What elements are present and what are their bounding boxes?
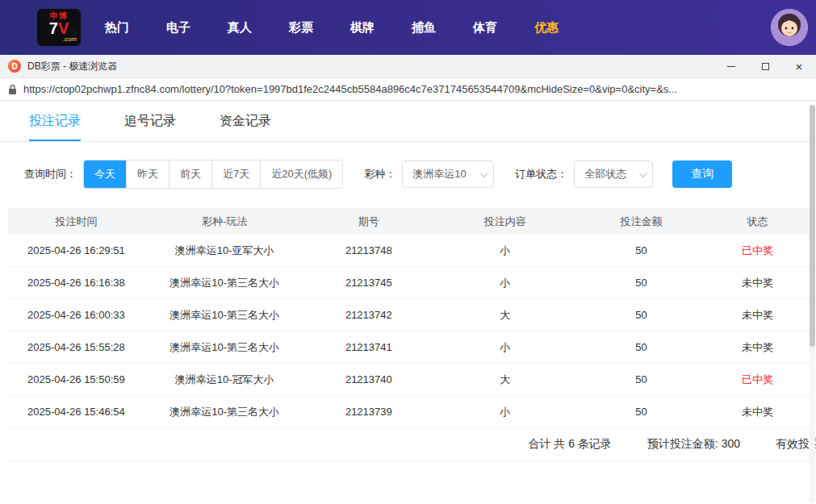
record-tabs: 投注记录 追号记录 资金记录 <box>0 101 816 142</box>
nav-item-promo[interactable]: 优惠 <box>534 20 559 35</box>
cell-play-type: 澳洲幸运10-第三名大小 <box>144 340 305 355</box>
status-badge: 未中奖 <box>705 340 810 355</box>
cell-bet-time: 2025-04-26 15:55:28 <box>8 341 144 353</box>
nav-item-fishing[interactable]: 捕鱼 <box>412 20 436 35</box>
cell-amount: 50 <box>577 341 705 353</box>
chevron-down-icon <box>480 169 488 177</box>
logo-sub-text: .com <box>63 36 77 43</box>
header-play-type: 彩种-玩法 <box>144 215 305 229</box>
cell-content: 大 <box>433 308 577 323</box>
status-badge: 未中奖 <box>705 308 810 323</box>
cell-content: 小 <box>433 276 577 290</box>
table-row[interactable]: 2025-04-26 16:16:38 澳洲幸运10-第三名大小 2121374… <box>8 267 810 299</box>
header-bet-time: 投注时间 <box>8 215 144 229</box>
table-row[interactable]: 2025-04-26 16:29:51 澳洲幸运10-亚军大小 21213748… <box>8 235 810 267</box>
user-avatar[interactable] <box>771 9 808 46</box>
time-filter-group: 今天 昨天 前天 近7天 近20天(低频) <box>83 160 343 189</box>
time-option-day-before[interactable]: 前天 <box>169 160 211 188</box>
site-nav-items: 热门 电子 真人 彩票 棋牌 捕鱼 体育 优惠 <box>105 20 559 35</box>
cell-bet-time: 2025-04-26 15:46:54 <box>8 406 144 418</box>
table-row[interactable]: 2025-04-26 15:55:28 澳洲幸运10-第三名大小 2121374… <box>8 331 810 364</box>
close-icon: × <box>796 60 803 73</box>
cell-issue: 21213745 <box>304 277 433 289</box>
minimize-icon <box>727 66 735 67</box>
order-status-label: 订单状态： <box>515 167 567 181</box>
nav-item-slots[interactable]: 电子 <box>166 20 190 35</box>
url-text[interactable]: https://ctop02pchwp1.zfnc84.com/lottery/… <box>23 83 677 95</box>
maximize-button[interactable] <box>748 55 782 77</box>
cell-content: 小 <box>433 244 577 258</box>
cell-issue: 21213739 <box>304 406 433 418</box>
time-option-20days-lowfreq[interactable]: 近20天(低频) <box>260 160 342 188</box>
lock-icon <box>8 84 17 95</box>
cell-issue: 21213748 <box>304 244 433 256</box>
nav-item-live[interactable]: 真人 <box>228 20 252 35</box>
cell-bet-time: 2025-04-26 16:29:51 <box>8 244 144 256</box>
time-option-today[interactable]: 今天 <box>84 160 126 188</box>
tab-bet-records[interactable]: 投注记录 <box>29 101 81 141</box>
logo-main-text: 7V <box>49 20 69 36</box>
cell-play-type: 澳洲幸运10-第三名大小 <box>144 276 305 290</box>
nav-item-sports[interactable]: 体育 <box>473 20 497 35</box>
summary-row: 合计 共 6 条记录 预计投注金额: 300 有效投注金 <box>8 428 810 461</box>
header-issue: 期号 <box>304 215 433 229</box>
lottery-filter-label: 彩种： <box>364 167 395 181</box>
time-filter-label: 查询时间： <box>24 167 77 181</box>
query-button[interactable]: 查询 <box>672 160 732 188</box>
status-badge: 已中奖 <box>705 244 810 258</box>
avatar-image <box>771 9 808 46</box>
cell-issue: 21213742 <box>304 309 433 321</box>
cell-issue: 21213741 <box>304 341 433 353</box>
status-badge: 未中奖 <box>705 276 810 290</box>
cell-content: 小 <box>433 340 577 355</box>
site-logo[interactable]: 申博 7V .com <box>37 9 81 46</box>
browser-urlbar[interactable]: https://ctop02pchwp1.zfnc84.com/lottery/… <box>0 78 816 101</box>
window-title: DB彩票 - 极速浏览器 <box>27 60 714 73</box>
lottery-select[interactable]: 澳洲幸运10 <box>402 160 494 188</box>
maximize-icon <box>762 63 769 70</box>
header-amount: 投注金额 <box>577 215 705 229</box>
nav-item-hot[interactable]: 热门 <box>105 20 129 35</box>
table-header-row: 投注时间 彩种-玩法 期号 投注内容 投注金额 状态 <box>8 208 810 235</box>
lottery-select-value: 澳洲幸运10 <box>412 167 466 181</box>
table-row[interactable]: 2025-04-26 15:46:54 澳洲幸运10-第三名大小 2121373… <box>8 396 810 428</box>
summary-expected: 预计投注金额: 300 <box>647 437 740 452</box>
vertical-scrollbar[interactable] <box>810 105 815 503</box>
tab-chase-records[interactable]: 追号记录 <box>124 101 176 141</box>
cell-amount: 50 <box>577 244 705 256</box>
browser-titlebar: D DB彩票 - 极速浏览器 × <box>0 55 816 78</box>
bet-records-table: 投注时间 彩种-玩法 期号 投注内容 投注金额 状态 2025-04-26 16… <box>8 208 810 461</box>
cell-issue: 21213740 <box>304 373 433 385</box>
order-status-value: 全部状态 <box>584 167 626 181</box>
page-content: 投注记录 追号记录 资金记录 查询时间： 今天 昨天 前天 近7天 近20天(低… <box>0 101 816 503</box>
time-option-yesterday[interactable]: 昨天 <box>126 160 169 188</box>
table-row[interactable]: 2025-04-26 15:50:59 澳洲幸运10-冠军大小 21213740… <box>8 364 810 396</box>
cell-bet-time: 2025-04-26 16:00:33 <box>8 309 144 321</box>
header-content: 投注内容 <box>433 215 577 229</box>
cell-play-type: 澳洲幸运10-第三名大小 <box>144 405 305 419</box>
cell-bet-time: 2025-04-26 15:50:59 <box>8 373 144 385</box>
cell-amount: 50 <box>577 406 705 418</box>
summary-total: 合计 共 6 条记录 <box>528 437 611 452</box>
cell-play-type: 澳洲幸运10-第三名大小 <box>144 308 305 323</box>
table-row[interactable]: 2025-04-26 16:00:33 澳洲幸运10-第三名大小 2121374… <box>8 299 810 331</box>
time-option-7days[interactable]: 近7天 <box>211 160 260 188</box>
cell-bet-time: 2025-04-26 16:16:38 <box>8 277 144 289</box>
chevron-down-icon <box>639 169 647 177</box>
cell-content: 小 <box>433 405 577 419</box>
close-button[interactable]: × <box>782 55 816 77</box>
scrollbar-thumb[interactable] <box>810 105 815 347</box>
order-status-select[interactable]: 全部状态 <box>574 160 653 188</box>
cell-content: 大 <box>433 373 577 387</box>
header-status: 状态 <box>705 215 810 229</box>
nav-item-lottery[interactable]: 彩票 <box>289 20 313 35</box>
site-navbar: 申博 7V .com 热门 电子 真人 彩票 棋牌 捕鱼 体育 优惠 <box>0 0 816 55</box>
nav-item-board[interactable]: 棋牌 <box>350 20 375 35</box>
tab-fund-records[interactable]: 资金记录 <box>220 101 271 141</box>
cell-amount: 50 <box>577 309 705 321</box>
status-badge: 已中奖 <box>705 373 810 387</box>
minimize-button[interactable] <box>714 55 748 77</box>
cell-play-type: 澳洲幸运10-冠军大小 <box>144 373 305 387</box>
browser-app-icon: D <box>8 60 21 73</box>
status-badge: 未中奖 <box>705 405 810 419</box>
